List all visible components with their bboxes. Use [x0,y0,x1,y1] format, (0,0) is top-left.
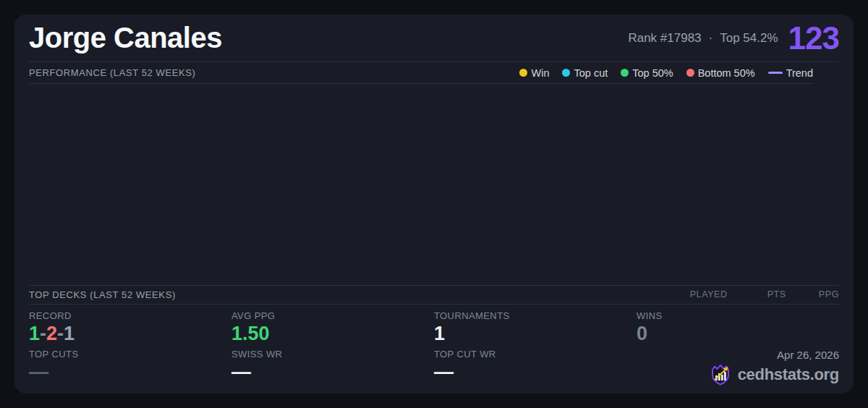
stat-label: TOP CUT WR [434,349,637,360]
legend-item-top-50: Top 50% [621,67,673,79]
performance-chart-area [29,84,839,285]
wins-value: 0 [637,323,839,345]
bottom-50-dot-icon [686,69,694,77]
top-cuts-value: — [29,361,231,383]
top-cut-wr-value: — [434,361,637,383]
stat-avg-ppg: AVG PPG 1.50 [231,310,434,345]
stat-label: SWISS WR [231,349,434,360]
card-footer: Apr 26, 2026 cedhstats.org [637,349,839,386]
player-name: Jorge Canales [29,22,222,54]
points-value: 123 [788,22,839,54]
column-pts: PTS [767,289,786,299]
win-dot-icon [519,69,527,77]
legend-item-top-cut: Top cut [562,67,608,79]
rank-group: Rank #17983 · Top 54.2% 123 [628,22,839,54]
stat-tournaments: TOURNAMENTS 1 [434,310,637,345]
stat-label: TOURNAMENTS [434,310,637,321]
swiss-wr-value: — [231,361,434,383]
top-decks-header: TOP DECKS (LAST 52 WEEKS) PLAYED PTS PPG [29,285,839,305]
stat-record: RECORD 1-2-1 [29,310,231,345]
top-percent: Top 54.2% [720,31,778,46]
stat-top-cuts: TOP CUTS — [29,349,231,386]
record-separator: - [57,323,64,344]
generated-date: Apr 26, 2026 [777,349,839,361]
record-losses: 2 [46,323,57,344]
stats-grid: RECORD 1-2-1 AVG PPG 1.50 TOURNAMENTS 1 … [29,310,839,386]
rank-text: Rank #17983 · Top 54.2% [628,31,778,46]
performance-title: PERFORMANCE (LAST 52 WEEKS) [29,67,196,78]
record-wins: 1 [29,323,40,344]
brand: cedhstats.org [709,363,839,386]
avg-ppg-value: 1.50 [231,323,434,345]
record-separator: - [40,323,46,344]
legend-item-win: Win [519,67,549,79]
legend-item-trend: Trend [768,67,813,79]
chart-legend: Win Top cut Top 50% Bottom 50% Trend [519,67,813,79]
brand-site-name: cedhstats.org [738,365,839,384]
performance-header: PERFORMANCE (LAST 52 WEEKS) Win Top cut … [29,62,813,84]
legend-label: Bottom 50% [698,67,755,79]
column-played: PLAYED [690,289,728,299]
stat-top-cut-wr: TOP CUT WR — [434,349,637,386]
legend-item-bottom-50: Bottom 50% [686,67,755,79]
stat-label: RECORD [29,310,231,321]
stat-label: WINS [637,310,839,321]
cedhstats-shield-logo-icon [709,363,732,386]
stat-wins: WINS 0 [637,310,839,345]
legend-label: Top cut [574,67,608,79]
legend-label: Trend [786,67,813,79]
top-decks-columns: PLAYED PTS PPG [690,289,839,299]
column-ppg: PPG [819,289,839,299]
stat-swiss-wr: SWISS WR — [231,349,434,386]
stat-label: TOP CUTS [29,349,231,360]
top-50-dot-icon [621,69,629,77]
legend-label: Win [531,67,549,79]
top-decks-title: TOP DECKS (LAST 52 WEEKS) [29,289,176,300]
player-stats-card: Jorge Canales Rank #17983 · Top 54.2% 12… [14,14,854,394]
top-cut-dot-icon [562,69,570,77]
record-draws: 1 [64,323,75,344]
legend-label: Top 50% [632,67,673,79]
rank-number: Rank #17983 [628,31,701,46]
stat-label: AVG PPG [231,310,434,321]
rank-separator-dot: · [709,31,713,46]
trend-line-icon [768,72,783,74]
card-header: Jorge Canales Rank #17983 · Top 54.2% 12… [29,14,839,62]
record-value: 1-2-1 [29,323,231,345]
tournaments-value: 1 [434,323,637,345]
